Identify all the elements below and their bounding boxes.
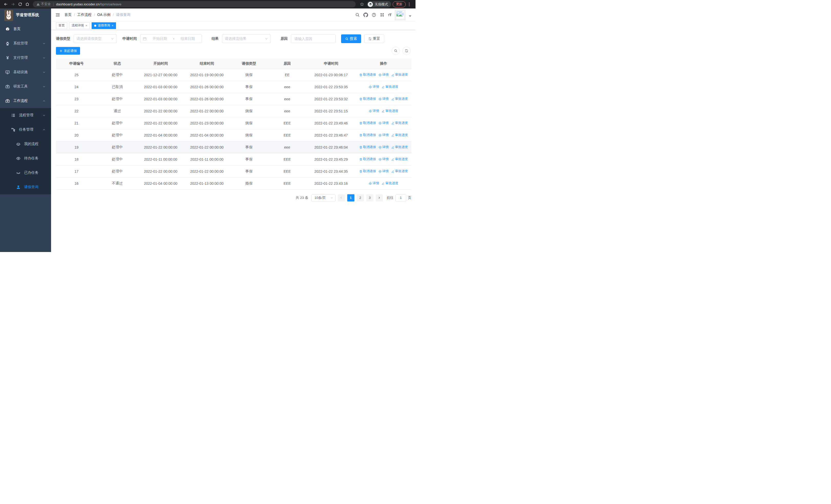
detail-action-link[interactable]: 详情 (378, 97, 389, 101)
detail-action-link[interactable]: 详情 (369, 109, 379, 113)
detail-action-link[interactable]: 详情 (378, 169, 389, 174)
cell-start-time: 2021-12-27 00:00:00 (138, 69, 184, 81)
progress-action-link[interactable]: 审批进度 (391, 72, 408, 77)
reason-label: 原因 (281, 36, 288, 41)
progress-action-link[interactable]: 审批进度 (391, 157, 408, 161)
progress-action-link[interactable]: 审批进度 (382, 181, 398, 185)
tab-首页[interactable]: 首页 (56, 22, 67, 29)
tab-请假查询[interactable]: 请假查询× (92, 22, 116, 29)
sidebar-item-任务管理[interactable]: 任务管理 (0, 122, 51, 137)
cancel-action-link[interactable]: 取消请假 (359, 97, 376, 101)
progress-action-link[interactable]: 审批进度 (382, 109, 398, 113)
sidebar-item-label: 请假查询 (24, 185, 38, 189)
cell-reason: EE (268, 69, 307, 81)
tab-close-icon[interactable]: × (112, 24, 113, 27)
tab-流程详情[interactable]: 流程详情× (69, 22, 90, 29)
sidebar-item-支付管理[interactable]: ¥支付管理 (0, 51, 51, 65)
font-size-icon[interactable]: TT (388, 12, 391, 17)
detail-action-link[interactable]: 详情 (369, 181, 379, 185)
goto-page-input[interactable] (396, 194, 406, 202)
reset-button[interactable]: 重置 (364, 34, 384, 43)
browser-update-button[interactable]: 更新 (393, 1, 406, 7)
sidebar-item-待办任务[interactable]: 待办任务 (0, 151, 51, 166)
cancel-action-link[interactable]: 取消请假 (359, 121, 376, 125)
not-secure-warning[interactable]: 不安全 (36, 2, 51, 6)
create-leave-button[interactable]: 发起请假 (56, 47, 80, 55)
refresh-table-button[interactable] (402, 47, 411, 55)
pagination-page-1[interactable]: 1 (347, 194, 354, 202)
breadcrumb-item[interactable]: OA 示例 (97, 12, 110, 17)
cell-apply-time: 2022-01-22 23:44:35 (307, 165, 356, 177)
cell-id: 19 (56, 141, 97, 153)
cancel-action-link[interactable]: 取消请假 (359, 145, 376, 149)
cancel-action-link[interactable]: 取消请假 (359, 133, 376, 137)
browser-home-button[interactable] (24, 1, 31, 8)
result-select[interactable]: 请选择流结果 (222, 34, 271, 43)
reason-input-wrap (291, 34, 336, 43)
sidebar-item-系统管理[interactable]: 系统管理 (0, 36, 51, 51)
sidebar-item-研发工具[interactable]: 研发工具 (0, 79, 51, 94)
detail-action-link[interactable]: 详情 (378, 145, 389, 149)
detail-action-link[interactable]: 详情 (378, 72, 389, 77)
detail-action-link[interactable]: 详情 (369, 85, 379, 89)
pagination-page-2[interactable]: 2 (357, 194, 364, 202)
trash-icon (359, 97, 362, 100)
sidebar-logo[interactable]: 芋道管理系统 (0, 8, 51, 21)
pagination-prev-button[interactable] (338, 194, 345, 202)
detail-action-link[interactable]: 详情 (378, 133, 389, 137)
progress-action-link[interactable]: 审批进度 (391, 121, 408, 125)
search-button[interactable]: 搜索 (341, 34, 361, 43)
user-avatar[interactable] (395, 10, 405, 20)
sidebar-item-已办任务[interactable]: 已办任务 (0, 166, 51, 180)
page-size-select[interactable]: 10条/页 (311, 194, 336, 202)
pagination-page-3[interactable]: 3 (366, 194, 373, 202)
avatar-caret-down-icon[interactable] (409, 16, 411, 17)
start-date-placeholder: 开始日期 (149, 36, 171, 41)
trash-icon (359, 170, 362, 173)
cancel-action-link[interactable]: 取消请假 (359, 157, 376, 161)
cell-actions: 取消请假详情审批进度 (356, 117, 411, 129)
sidebar-item-请假查询[interactable]: 请假查询 (0, 180, 51, 194)
cell-status: 通过 (97, 105, 138, 117)
browser-reload-button[interactable] (17, 1, 24, 8)
progress-action-link[interactable]: 审批进度 (391, 97, 408, 101)
toggle-search-button[interactable] (392, 47, 400, 55)
cancel-action-link[interactable]: 取消请假 (359, 72, 376, 77)
browser-menu-icon[interactable] (407, 3, 411, 6)
leave-type-select[interactable]: 请选择请假类型 (74, 34, 117, 43)
help-icon[interactable] (372, 12, 376, 17)
breadcrumb-item[interactable]: 首页 (64, 12, 71, 17)
progress-action-link[interactable]: 审批进度 (391, 169, 408, 174)
cancel-action-link[interactable]: 取消请假 (359, 169, 376, 174)
cell-status: 处理中 (97, 165, 138, 177)
browser-back-button[interactable] (2, 1, 9, 8)
chevron-down-icon (330, 196, 333, 199)
sidebar-menu: 首页系统管理¥支付管理基础设施研发工具工作流程流程管理任务管理我的流程待办任务已… (0, 22, 51, 252)
breadcrumb-item[interactable]: 工作流程 (77, 12, 92, 17)
progress-action-link[interactable]: 审批进度 (391, 145, 408, 149)
search-icon[interactable] (355, 12, 360, 17)
incognito-badge[interactable]: 无痕模式 (367, 1, 391, 7)
progress-action-link[interactable]: 审批进度 (382, 85, 398, 89)
column-header: 申请编号 (56, 59, 97, 69)
pagination-next-button[interactable] (376, 194, 383, 202)
sidebar-collapse-icon[interactable] (55, 12, 60, 18)
apply-time-range-picker[interactable]: 开始日期 - 结束日期 (140, 34, 202, 43)
github-icon[interactable] (364, 12, 368, 17)
fullscreen-icon[interactable] (380, 12, 384, 17)
detail-action-link[interactable]: 详情 (378, 121, 389, 125)
sidebar-item-我的流程[interactable]: 我的流程 (0, 137, 51, 151)
address-bar[interactable]: 不安全 dashboard.yudao.iocoder.cn/bpm/oa/le… (33, 1, 356, 7)
sidebar-item-基础设施[interactable]: 基础设施 (0, 65, 51, 79)
user-icon (16, 185, 21, 189)
tab-label: 首页 (58, 23, 65, 28)
progress-action-link[interactable]: 审批进度 (391, 133, 408, 137)
reason-input[interactable] (291, 35, 336, 43)
tab-close-icon[interactable]: × (85, 24, 87, 27)
bookmark-star-icon[interactable] (358, 1, 366, 8)
sidebar-item-工作流程[interactable]: 工作流程 (0, 94, 51, 108)
detail-action-link[interactable]: 详情 (378, 157, 389, 161)
sidebar-item-流程管理[interactable]: 流程管理 (0, 108, 51, 122)
sidebar-item-首页[interactable]: 首页 (0, 22, 51, 36)
browser-forward-button[interactable] (9, 1, 17, 8)
